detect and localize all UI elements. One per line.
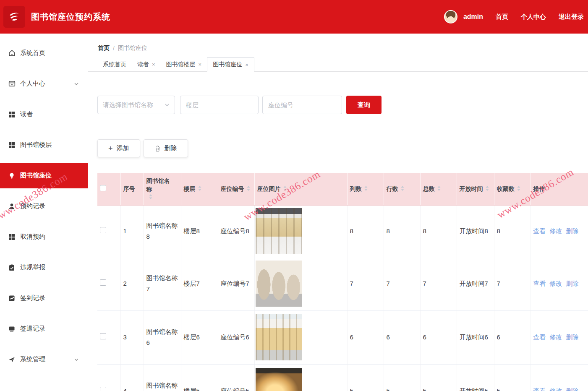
- tab-library-seat[interactable]: 图书馆座位×: [207, 57, 254, 72]
- chart-icon: [8, 294, 16, 302]
- panel-icon: [8, 80, 16, 88]
- column-label: 图书馆名称: [146, 177, 172, 193]
- row-checkbox[interactable]: [100, 227, 106, 233]
- delete-button-label: 删除: [165, 144, 177, 152]
- sort-caret-icon[interactable]: [485, 185, 489, 193]
- row-checkbox[interactable]: [100, 387, 106, 391]
- tab-library-floor[interactable]: 图书馆楼层×: [161, 57, 207, 71]
- user-icon: [8, 202, 16, 211]
- column-header-open[interactable]: 开放时间: [457, 173, 494, 205]
- close-icon[interactable]: ×: [199, 61, 202, 68]
- app-header: 图书馆座位预约系统 admin 首页 个人中心 退出登录: [0, 0, 588, 34]
- column-header-library[interactable]: 图书馆名称: [144, 173, 181, 205]
- nav-logout[interactable]: 退出登录: [559, 13, 584, 21]
- close-icon[interactable]: ×: [245, 62, 248, 68]
- sidebar-item-profile[interactable]: 个人中心: [0, 71, 88, 96]
- edit-link[interactable]: 修改: [550, 334, 562, 341]
- seat-no-input[interactable]: [262, 96, 342, 114]
- sidebar-item-label: 图书馆楼层: [20, 141, 52, 149]
- sidebar-item-cancel-reservation[interactable]: 取消预约: [0, 224, 88, 250]
- sidebar-item-home[interactable]: 系统首页: [0, 40, 88, 66]
- sort-caret-icon[interactable]: [149, 194, 153, 201]
- grid-icon: [8, 110, 16, 119]
- logo-swirl-icon: [7, 10, 21, 24]
- seat-image-cell: [254, 205, 347, 257]
- view-link[interactable]: 查看: [533, 334, 546, 341]
- edit-link[interactable]: 修改: [550, 387, 562, 391]
- nav-home[interactable]: 首页: [496, 13, 508, 21]
- breadcrumb-separator: /: [113, 45, 115, 52]
- col-count-cell: 5: [347, 364, 384, 391]
- add-button[interactable]: + 添加: [97, 139, 140, 157]
- sidebar-item-library-seat[interactable]: 图书馆座位: [0, 163, 88, 188]
- seat-image[interactable]: [256, 261, 302, 307]
- sort-caret-icon[interactable]: [198, 185, 202, 193]
- total-count-cell: 6: [420, 310, 457, 364]
- row-actions-cell: 查看修改删除: [531, 310, 588, 364]
- delete-button[interactable]: 删除: [144, 139, 188, 157]
- column-header-image[interactable]: 座位图片: [254, 173, 347, 205]
- delete-link[interactable]: 删除: [566, 387, 579, 391]
- library-select[interactable]: 请选择图书馆名称: [97, 96, 175, 114]
- filter-bar: 请选择图书馆名称 查询: [97, 96, 588, 114]
- column-header-rows[interactable]: 行数: [384, 173, 420, 205]
- sort-caret-icon[interactable]: [246, 185, 251, 193]
- sidebar-item-violation-report[interactable]: 违规举报: [0, 255, 88, 280]
- nav-profile[interactable]: 个人中心: [521, 13, 546, 21]
- column-header-fav[interactable]: 收藏数: [494, 173, 531, 205]
- delete-link[interactable]: 删除: [566, 280, 579, 287]
- floor-cell: 楼层8: [181, 205, 218, 257]
- row-select-cell: [97, 257, 120, 310]
- add-button-label: 添加: [117, 144, 129, 152]
- delete-link[interactable]: 删除: [566, 334, 579, 341]
- sort-caret-icon[interactable]: [517, 185, 521, 193]
- seat-table: 序号图书馆名称楼层座位编号座位图片列数行数总数开放时间收藏数操作1图书馆名称8楼…: [97, 173, 588, 391]
- floor-input[interactable]: [180, 96, 259, 114]
- column-header-total[interactable]: 总数: [420, 173, 457, 205]
- column-header-floor[interactable]: 楼层: [181, 173, 218, 205]
- sidebar-item-checkout-record[interactable]: 签退记录: [0, 316, 88, 341]
- column-header-seat[interactable]: 座位编号: [218, 173, 254, 205]
- table-row: 3图书馆名称6楼层6座位编号6666开放时间66查看修改删除: [97, 310, 588, 364]
- row-actions-cell: 查看修改删除: [531, 257, 588, 310]
- select-all-checkbox[interactable]: [100, 185, 106, 191]
- sort-caret-icon[interactable]: [364, 185, 368, 193]
- column-header-cols[interactable]: 列数: [347, 173, 384, 205]
- view-link[interactable]: 查看: [533, 387, 546, 391]
- main-content: 首页 / 图书馆座位 系统首页读者×图书馆楼层×图书馆座位× 请选择图书馆名称 …: [88, 34, 588, 391]
- delete-link[interactable]: 删除: [566, 227, 579, 235]
- row-count-cell: 8: [384, 205, 420, 257]
- sort-caret-icon[interactable]: [437, 185, 441, 193]
- close-icon[interactable]: ×: [152, 61, 155, 68]
- grid-icon: [8, 141, 16, 149]
- seat-image[interactable]: [256, 314, 302, 360]
- open-time-cell: 开放时间7: [457, 257, 494, 310]
- row-checkbox[interactable]: [100, 333, 106, 339]
- sidebar-item-label: 预约记录: [20, 202, 45, 210]
- avatar[interactable]: [444, 10, 457, 23]
- floor-cell: 楼层6: [181, 310, 218, 364]
- tab-label: 系统首页: [103, 61, 126, 68]
- seat-no-cell: 座位编号8: [218, 205, 254, 257]
- edit-link[interactable]: 修改: [550, 227, 562, 235]
- sidebar-item-reservation-record[interactable]: 预约记录: [0, 193, 88, 219]
- edit-link[interactable]: 修改: [550, 280, 562, 287]
- seat-image[interactable]: [256, 368, 302, 391]
- seat-image[interactable]: [256, 208, 302, 254]
- table-row: 4图书馆名称5楼层5座位编号5555开放时间55查看修改删除: [97, 364, 588, 391]
- sidebar-item-system-manage[interactable]: 系统管理: [0, 347, 88, 372]
- sidebar-item-checkin-record[interactable]: 签到记录: [0, 285, 88, 311]
- tab-reader[interactable]: 读者×: [132, 57, 161, 71]
- sidebar-item-library-floor[interactable]: 图书馆楼层: [0, 132, 88, 158]
- tab-home[interactable]: 系统首页: [97, 57, 132, 71]
- view-link[interactable]: 查看: [533, 280, 546, 287]
- search-button[interactable]: 查询: [346, 96, 382, 114]
- breadcrumb-home[interactable]: 首页: [98, 44, 110, 52]
- sort-caret-icon[interactable]: [400, 185, 405, 193]
- col-count-cell: 8: [347, 205, 384, 257]
- column-label: 收藏数: [497, 185, 515, 193]
- row-checkbox[interactable]: [100, 279, 106, 286]
- sort-caret-icon[interactable]: [283, 185, 287, 193]
- sidebar-item-reader[interactable]: 读者: [0, 102, 88, 127]
- view-link[interactable]: 查看: [533, 227, 546, 235]
